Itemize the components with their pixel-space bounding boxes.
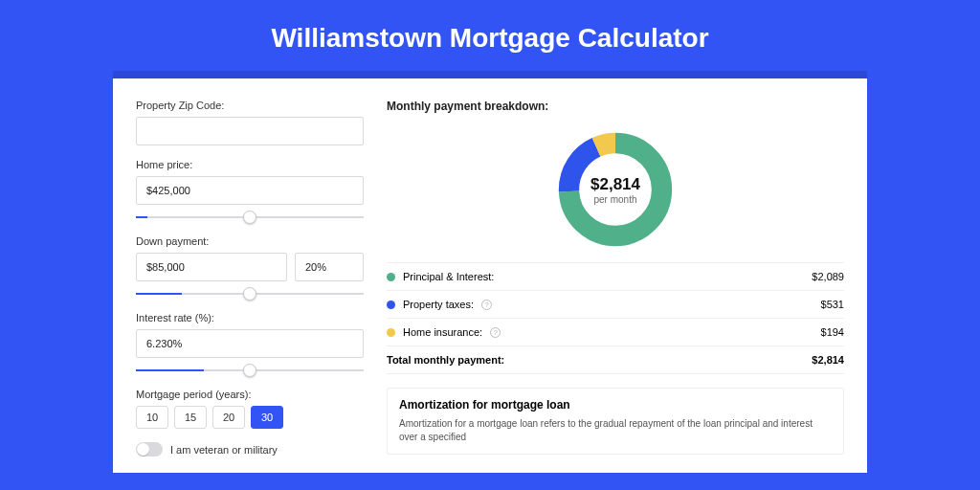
home-price-slider[interactable] <box>136 216 364 218</box>
down-payment-slider[interactable] <box>136 293 364 295</box>
period-option-10[interactable]: 10 <box>136 406 168 429</box>
period-option-15[interactable]: 15 <box>174 406 207 429</box>
down-payment-field: Down payment: <box>136 235 364 299</box>
amortization-title: Amortization for mortgage loan <box>399 398 832 412</box>
period-group: 10 15 20 30 <box>136 406 364 429</box>
donut-value: $2,814 <box>590 175 640 194</box>
period-field: Mortgage period (years): 10 15 20 30 <box>136 389 364 429</box>
veteran-label: I am veteran or military <box>170 444 278 456</box>
donut-sub: per month <box>593 194 636 205</box>
breakdown-value: $194 <box>821 326 844 338</box>
info-icon[interactable]: ? <box>490 327 501 338</box>
amortization-box: Amortization for mortgage loan Amortizat… <box>387 388 844 455</box>
veteran-row: I am veteran or military <box>136 442 364 457</box>
period-option-30[interactable]: 30 <box>251 406 283 429</box>
down-payment-percent-input[interactable] <box>295 253 364 281</box>
donut-chart: $2,814 per month <box>554 128 677 251</box>
breakdown-label: Home insurance: <box>403 326 482 338</box>
interest-label: Interest rate (%): <box>136 312 364 323</box>
amortization-text: Amortization for a mortgage loan refers … <box>399 417 832 444</box>
calculator-card: Property Zip Code: Home price: Down paym… <box>113 71 867 473</box>
home-price-input[interactable] <box>136 176 364 205</box>
breakdown-title: Monthly payment breakdown: <box>387 100 844 113</box>
interest-field: Interest rate (%): <box>136 312 364 375</box>
breakdown-row-taxes: Property taxes: ? $531 <box>387 291 844 319</box>
donut-chart-wrap: $2,814 per month <box>387 122 844 262</box>
period-option-20[interactable]: 20 <box>212 406 245 429</box>
results-column: Monthly payment breakdown: $2,814 per mo… <box>387 100 844 473</box>
veteran-toggle[interactable] <box>136 442 163 457</box>
breakdown-list: Principal & Interest: $2,089 Property ta… <box>387 262 844 374</box>
total-label: Total monthly payment: <box>387 354 504 366</box>
zip-label: Property Zip Code: <box>136 100 364 111</box>
breakdown-row-insurance: Home insurance: ? $194 <box>387 319 844 346</box>
home-price-label: Home price: <box>136 159 364 170</box>
breakdown-value: $531 <box>821 299 844 310</box>
interest-input[interactable] <box>136 329 364 358</box>
total-value: $2,814 <box>812 354 844 366</box>
down-payment-amount-input[interactable] <box>136 253 287 281</box>
home-price-field: Home price: <box>136 159 364 222</box>
info-icon[interactable]: ? <box>481 300 492 310</box>
dot-icon <box>387 273 395 281</box>
zip-input[interactable] <box>136 117 364 145</box>
dot-icon <box>387 328 395 337</box>
interest-slider[interactable] <box>136 369 364 371</box>
page-title: Williamstown Mortgage Calculator <box>0 0 980 71</box>
donut-center: $2,814 per month <box>554 128 677 251</box>
breakdown-value: $2,089 <box>812 271 844 282</box>
down-payment-label: Down payment: <box>136 235 364 247</box>
breakdown-row-total: Total monthly payment: $2,814 <box>387 346 844 374</box>
breakdown-label: Principal & Interest: <box>403 271 494 282</box>
dot-icon <box>387 301 395 309</box>
breakdown-row-principal: Principal & Interest: $2,089 <box>387 263 844 291</box>
form-column: Property Zip Code: Home price: Down paym… <box>136 100 364 473</box>
zip-field: Property Zip Code: <box>136 100 364 145</box>
period-label: Mortgage period (years): <box>136 389 364 400</box>
breakdown-label: Property taxes: <box>403 299 474 310</box>
